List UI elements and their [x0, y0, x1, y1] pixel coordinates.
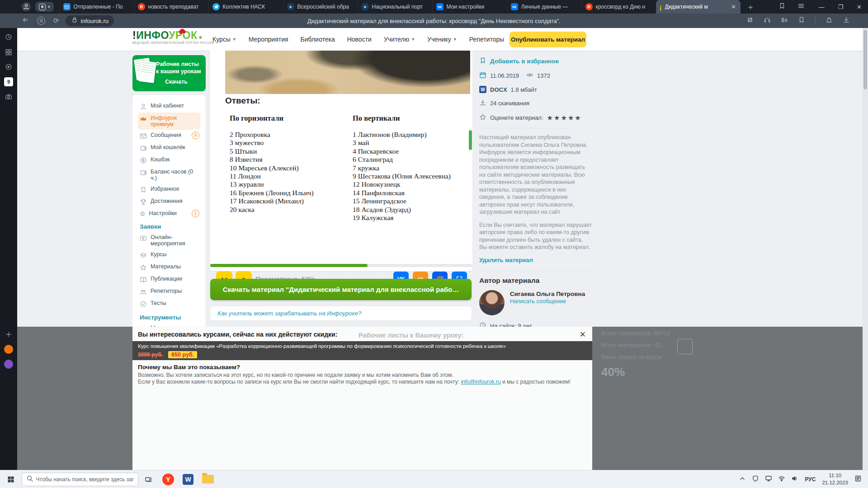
reload-icon[interactable]: ⟳ [53, 17, 59, 25]
taskbar-app-word[interactable]: W [178, 470, 198, 488]
rail-video-icon[interactable] [4, 62, 13, 71]
menu-icon[interactable] [797, 2, 805, 11]
profile-avatar[interactable] [22, 2, 31, 11]
reader-mode-icon[interactable] [781, 16, 788, 25]
answer-item: 8 Известия [230, 155, 347, 164]
clock[interactable]: 11:10 21.12.2023 [822, 472, 848, 486]
close-icon[interactable]: ✕ [580, 330, 586, 339]
author-name[interactable]: Сигаева Ольга Петровна [510, 290, 585, 298]
sidebar-item-trophy[interactable]: Достижения [138, 196, 200, 208]
sidebar-item-wallet[interactable]: Баланс часов (0 ч.) [138, 166, 200, 183]
tray-volume-icon[interactable] [791, 475, 798, 484]
sidebar-item-user[interactable]: Мой кабинет [138, 100, 200, 113]
nav-item-4[interactable]: Учителю▼ [384, 36, 415, 43]
headphones-icon[interactable] [764, 16, 771, 25]
rail-history-icon[interactable] [4, 33, 13, 42]
extensions-icon[interactable] [826, 16, 833, 25]
downloads-row: 24 скачивания [479, 99, 592, 108]
browser-tab-1[interactable]: Яновость преподават [134, 0, 208, 14]
message-author-link[interactable]: Написать сообщение [510, 298, 566, 305]
rail-panels-icon[interactable] [4, 47, 13, 56]
nav-item-5[interactable]: Ученику▼ [427, 36, 457, 43]
taskbar-app-task-view[interactable] [138, 470, 158, 488]
sidebar-item-wallet[interactable]: Мой кошелёк [138, 142, 200, 154]
answer-item: 17 Исаковский (Михаил) [230, 197, 347, 205]
nav-item-3[interactable]: Новости [347, 36, 372, 43]
yandex-search-icon[interactable]: Я [37, 17, 45, 25]
publish-material-button[interactable]: Опубликовать материал [509, 32, 586, 47]
sidebar-item-gear[interactable]: ⚙Настройки1 [138, 208, 200, 219]
bookmark-icon [479, 57, 486, 66]
support-email-link[interactable]: info@infourok.ru [461, 379, 500, 385]
nav-item-6[interactable]: Репетиторы [469, 36, 505, 43]
browser-tab-4[interactable]: ➤Национальный порт [358, 0, 432, 14]
notifications-icon[interactable] [854, 475, 862, 484]
promo-course-strip[interactable]: Курс повышения квалификации «Разработка … [132, 341, 592, 360]
bookmark-panel-icon[interactable] [778, 2, 786, 11]
minimize-button[interactable]: — [818, 4, 824, 10]
sidebar-item-mail[interactable]: Сообщения9 [138, 130, 200, 142]
taskbar-app-explorer[interactable] [198, 470, 218, 488]
download-material-button[interactable]: Скачать материал "Дидактический материал… [210, 279, 472, 300]
rail-add-icon[interactable] [4, 330, 13, 339]
sidebar-item-book[interactable]: Публикации [138, 273, 200, 286]
sidebar-item-video[interactable]: Онлайн-мероприятия [138, 232, 200, 249]
sidebar-item-star[interactable]: Материалы [138, 261, 200, 273]
rail-screenshot-icon[interactable] [4, 92, 13, 101]
rail-tab-group-icon[interactable]: 9 [4, 77, 13, 86]
browser-tab-0[interactable]: Отправленные - По [59, 0, 134, 14]
downloads-icon[interactable] [843, 16, 850, 25]
tab-close-icon[interactable]: ✕ [730, 4, 736, 10]
eye-icon [526, 71, 533, 80]
answers-down: По вертикали 1 Лактионов (Владимир)3 май… [353, 114, 470, 222]
nav-item-0[interactable]: Курсы▼ [212, 36, 236, 43]
material-info-panel: Добавить в избранное 11.06.2019 1372 W D… [479, 57, 592, 351]
delete-material-link[interactable]: Удалить материал [479, 257, 533, 263]
worksheets-banner[interactable]: Рабочие листык вашим урокам Скачать [132, 55, 206, 91]
sidebar-item-cashback[interactable]: Кэшбэк [138, 154, 200, 166]
new-tab-button[interactable]: ＋ [747, 2, 755, 12]
browser-tab-bar: 9 ▾ Отправленные - ПоЯновость преподават… [0, 0, 868, 14]
sidebar-item-bookmark[interactable]: Избранное [138, 183, 200, 196]
browser-tab-6[interactable]: VKЛичные данные — [507, 0, 581, 14]
browser-tab-3[interactable]: ➤Всероссийский обра [283, 0, 358, 14]
rate-row[interactable]: Оцените материал: ★★★★★ [479, 113, 592, 122]
collections-icon[interactable] [746, 16, 754, 25]
author-avatar[interactable] [479, 290, 505, 315]
rating-stars[interactable]: ★★★★★ [547, 114, 582, 122]
tray-monitor-icon[interactable] [765, 475, 772, 484]
document-scrollbar-thumb[interactable] [469, 130, 472, 150]
scrollbar-thumb[interactable] [863, 30, 867, 89]
language-indicator[interactable]: РУС [805, 476, 816, 483]
sidebar-item-people[interactable]: Репетиторы [138, 286, 200, 298]
sidebar-item-crown[interactable]: Инфоурок премиум [138, 113, 200, 130]
sidebar-item-check[interactable]: Тесты [138, 298, 200, 310]
site-logo[interactable]: !ИНФОУРОК ✱ ВЕДУЩИЙ ОБРАЗОВАТЕЛЬНЫЙ ПОРТ… [132, 30, 214, 45]
tray-chevron-up-icon[interactable] [739, 475, 746, 484]
banner-download-link[interactable]: Скачать [165, 79, 188, 85]
browser-tab-7[interactable]: Якроссворд ко Дню н [581, 0, 656, 14]
sidebar-item-cap[interactable]: Курсы [138, 249, 200, 261]
browser-tab-5[interactable]: VKМои настройки [432, 0, 507, 14]
tray-wifi-icon[interactable] [778, 475, 785, 484]
add-favorite[interactable]: Добавить в избранное [479, 57, 592, 66]
rail-service-purple-icon[interactable] [4, 360, 13, 369]
browser-tab-8[interactable]: ¡Дидактический м✕ [656, 0, 741, 14]
start-button[interactable] [0, 470, 22, 488]
earn-link[interactable]: Как учитель может зарабатывать на Инфоур… [217, 310, 361, 317]
rail-service-orange-icon[interactable] [4, 345, 13, 354]
browser-scrollbar[interactable] [863, 28, 868, 470]
nav-item-1[interactable]: Мероприятия [249, 36, 288, 43]
back-icon[interactable] [22, 16, 29, 25]
restore-button[interactable]: ❐ [838, 4, 843, 10]
answer-item: 2 Прохоровка [230, 131, 347, 139]
taskbar-app-yandex-browser[interactable]: Y [158, 470, 178, 488]
url-field[interactable]: infourok.ru [66, 15, 114, 26]
nav-item-2[interactable]: Библиотека [301, 36, 335, 43]
tab-counter[interactable]: 9 ▾ [35, 2, 54, 12]
close-button[interactable]: ✕ [857, 4, 862, 10]
bookmark-icon[interactable] [798, 16, 805, 25]
tray-shield-icon[interactable] [752, 475, 759, 484]
browser-tab-2[interactable]: Коллектив НАСК [208, 0, 283, 14]
taskbar-search[interactable]: Чтобы начать поиск, введите здесь запрос [22, 473, 138, 486]
